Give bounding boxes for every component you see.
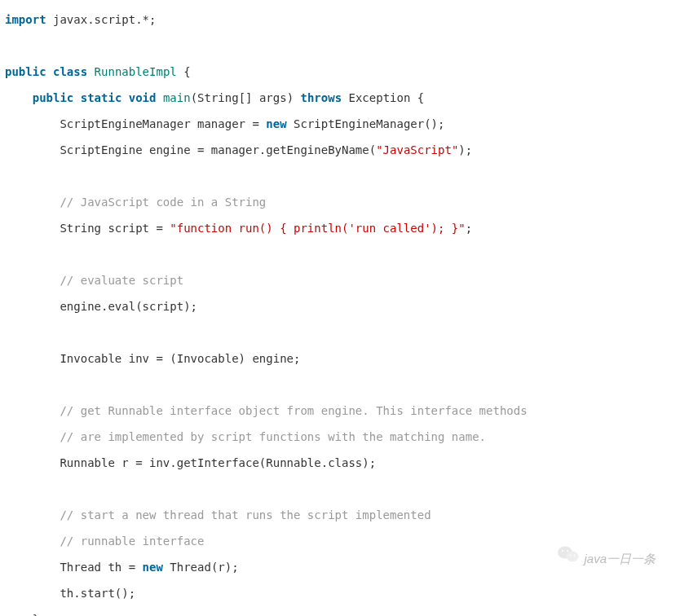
code-text: Invocable inv = (Invocable) engine; [60,352,300,365]
keyword: public [5,65,46,78]
comment: // evaluate script [60,274,183,287]
code-text: String script = [60,222,170,235]
svg-point-3 [567,550,568,552]
comment: // are implemented by script functions w… [60,430,486,443]
code-text: ScriptEngineManager manager = [60,117,266,130]
comment: // start a new thread that runs the scri… [60,508,431,521]
string-literal: "function run() { println('run called');… [170,222,465,235]
keyword: void [129,91,157,104]
keyword: import [5,13,46,26]
svg-point-2 [562,550,563,552]
code-block: import javax.script.*; public class Runn… [5,7,675,616]
code-text: (String[] args) [191,91,301,104]
code-text: } [33,613,39,616]
code-text: Exception { [342,91,424,104]
code-text: Thread(r); [163,561,239,574]
code-text: engine.eval(script); [60,300,197,313]
string-literal: "JavaScript" [376,143,458,156]
svg-point-5 [574,555,576,557]
code-text: javax.script.*; [46,13,157,26]
keyword: throws [300,91,342,104]
keyword: class [53,65,87,78]
wechat-icon [558,545,579,572]
code-text: th.start(); [60,587,135,600]
code-text: ); [458,143,472,156]
watermark-text: java一日一条 [584,546,656,572]
class-name: RunnableImpl [95,65,177,78]
comment: // get Runnable interface object from en… [60,404,527,417]
keyword: public [33,91,74,104]
code-text: ; [466,222,472,235]
comment: // JavaScript code in a String [60,196,266,209]
comment: // runnable interface [60,535,204,548]
code-text: { [177,65,191,78]
method-name: main [163,91,191,104]
keyword: static [81,91,122,104]
watermark: java一日一条 [558,545,656,572]
keyword: new [143,561,163,574]
code-text: Thread th = [60,561,142,574]
code-text: Runnable r = inv.getInterface(Runnable.c… [60,456,376,469]
code-text: ScriptEngine engine = manager.getEngineB… [60,143,376,156]
svg-point-1 [567,552,579,562]
code-text: ScriptEngineManager(); [287,117,445,130]
svg-point-4 [570,555,572,557]
keyword: new [266,117,286,130]
